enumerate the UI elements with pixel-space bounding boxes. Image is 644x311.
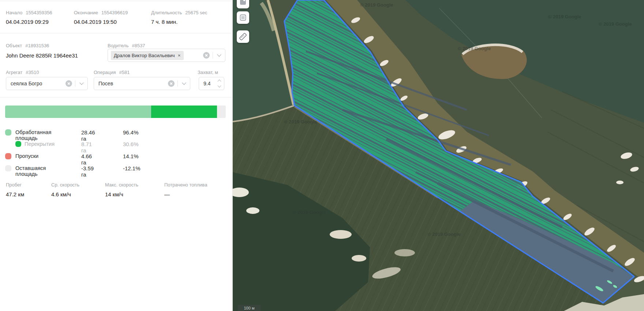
chevron-down-icon[interactable] — [79, 81, 83, 85]
clear-icon[interactable] — [65, 80, 72, 87]
object-value: John Deere 8285R 1964ee31 — [6, 52, 78, 59]
max-speed-value: 14 км/ч — [105, 191, 123, 197]
fuel-value: — — [164, 191, 170, 197]
mileage-value: 47.2 км — [6, 191, 24, 197]
svg-text:© 2019 Google: © 2019 Google — [548, 14, 581, 19]
map-scale-bar: 100 м — [238, 305, 261, 311]
satellite-map[interactable]: © 2019 Google © 2019 Google © 2019 Googl… — [233, 0, 644, 311]
remaining-swatch — [5, 165, 11, 171]
avg-speed-label: Ср. скорость — [51, 182, 79, 188]
driver-label: Водитель#8537 — [108, 43, 145, 48]
operation-select[interactable]: Посев — [94, 77, 190, 90]
divider — [0, 33, 233, 33]
duration-label: Длительность25675 sec — [151, 10, 207, 15]
coverage-tracks-button[interactable] — [237, 11, 249, 24]
ruler-icon — [239, 33, 247, 41]
snow-patch — [330, 230, 352, 239]
divider — [0, 1, 233, 1]
svg-text:© 2019 Google: © 2019 Google — [293, 210, 326, 215]
avg-speed-value: 4.6 км/ч — [51, 191, 71, 197]
svg-text:© 2019 Google: © 2019 Google — [458, 46, 491, 51]
tag-remove-icon[interactable]: ✕ — [178, 53, 181, 58]
overlap-swatch — [15, 141, 21, 147]
width-label: Захват, м — [198, 70, 218, 75]
divider — [213, 52, 213, 59]
trip-details-panel: Начало1554359356 Окончание1554396619 Дли… — [0, 0, 233, 311]
chevron-down-icon[interactable] — [217, 52, 221, 56]
clear-icon[interactable] — [168, 80, 175, 87]
svg-text:© 2019 Google: © 2019 Google — [284, 119, 317, 125]
snow-patch — [394, 249, 415, 256]
driver-select[interactable]: Дралов Виктор Васильевич ✕ — [108, 49, 225, 62]
start-label: Начало1554359356 — [6, 10, 52, 15]
map-canvas: © 2019 Google © 2019 Google © 2019 Googl… — [233, 0, 644, 311]
overlap-segment — [151, 105, 217, 118]
fuel-label: Потрачено топлива — [164, 182, 207, 188]
divider — [75, 80, 75, 87]
mileage-label: Пробег — [6, 182, 22, 188]
divider — [0, 97, 233, 97]
svg-text:© 2019 Google: © 2019 Google — [360, 2, 393, 8]
svg-text:© 2019 Google: © 2019 Google — [599, 21, 632, 27]
snow-patch — [246, 207, 259, 214]
worked-swatch — [5, 129, 11, 136]
driver-tag[interactable]: Дралов Виктор Васильевич ✕ — [111, 51, 184, 60]
duration-value: 7 ч. 8 мин. — [151, 19, 177, 25]
field-fill-toggle-button[interactable] — [237, 0, 249, 8]
worked-segment — [5, 105, 151, 118]
start-value: 04.04.2019 09:29 — [6, 19, 49, 25]
measure-button[interactable] — [237, 30, 249, 43]
gaps-swatch — [5, 153, 11, 159]
rest-segment — [217, 105, 226, 118]
width-input[interactable]: 9.4 — [199, 77, 224, 90]
implement-select[interactable]: сеялка Богро — [6, 77, 88, 90]
coverage-progress-bar — [5, 105, 226, 118]
end-label: Окончание1554396619 — [74, 10, 128, 15]
chevron-down-icon[interactable] — [182, 81, 186, 85]
trip-report-screen: Начало1554359356 Окончание1554396619 Дли… — [0, 0, 644, 311]
snow-patch — [352, 255, 366, 262]
field-shape-icon — [239, 0, 247, 6]
divider — [177, 80, 178, 87]
clear-icon[interactable] — [203, 52, 210, 59]
coverage-stripes-icon — [239, 14, 247, 21]
number-stepper[interactable] — [218, 80, 221, 87]
implement-label: Агрегат#3510 — [6, 70, 39, 75]
object-label: Объект#18931536 — [6, 43, 49, 48]
operation-label: Операция#581 — [94, 70, 130, 75]
svg-text:© 2019 Google: © 2019 Google — [427, 232, 461, 237]
end-value: 04.04.2019 19:50 — [74, 19, 117, 25]
max-speed-label: Макс. скорость — [105, 182, 138, 188]
